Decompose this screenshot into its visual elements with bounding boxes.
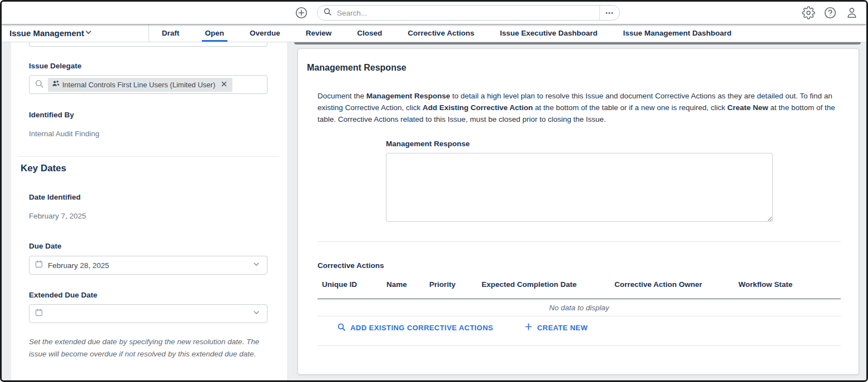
plus-circle-icon: [295, 13, 308, 21]
due-date-select[interactable]: February 28, 2025: [29, 256, 267, 275]
search-options-button[interactable]: •••: [599, 6, 619, 20]
chevron-down-icon: [252, 260, 261, 271]
extended-due-date-helper: Set the extended due date by specifying …: [29, 336, 268, 360]
calendar-icon: [34, 260, 43, 271]
chevron-down-icon: [252, 308, 261, 319]
create-new-button[interactable]: CREATE NEW: [521, 322, 591, 333]
top-bar: •••: [2, 2, 866, 24]
issue-delegate-input[interactable]: Internal Controls First Line Users (Limi…: [29, 75, 267, 94]
date-identified-label: Date Identified: [29, 193, 81, 201]
tab-review[interactable]: Review: [293, 24, 345, 42]
top-right-actions: [802, 6, 859, 19]
corrective-actions-table-header: Unique ID Name Priority Expected Complet…: [298, 280, 859, 291]
ellipsis-icon: •••: [606, 10, 614, 16]
key-dates-heading: Key Dates: [21, 163, 66, 174]
calendar-icon: [34, 308, 43, 319]
create-new-label: CREATE NEW: [537, 324, 588, 332]
app-window: •••: [0, 0, 868, 382]
help-icon: [824, 13, 837, 21]
global-search-input[interactable]: [336, 8, 599, 18]
divider: [318, 241, 841, 242]
content-area: Issue Delegate Internal Cont: [2, 42, 866, 380]
tab-closed[interactable]: Closed: [344, 24, 395, 42]
search-icon: [337, 323, 346, 333]
table-empty-message: No data to display: [318, 304, 841, 312]
column-header-expected-completion-date: Expected Completion Date: [482, 280, 577, 289]
tab-issue-management-dashboard[interactable]: Issue Management Dashboard: [610, 24, 744, 42]
tab-overdue[interactable]: Overdue: [237, 24, 293, 42]
identified-by-label: Identified By: [29, 111, 74, 119]
application-menu-button[interactable]: Issue Management: [2, 24, 148, 42]
column-header-workflow-state: Workflow State: [738, 280, 792, 289]
scrolled-field-edge: [29, 42, 267, 47]
tab-open[interactable]: Open: [192, 24, 237, 42]
issue-delegate-label: Issue Delegate: [29, 62, 82, 70]
user-profile-button[interactable]: [845, 6, 859, 19]
close-icon: [221, 81, 227, 89]
section-description: Document the Management Response to deta…: [318, 90, 841, 125]
column-header-priority: Priority: [429, 280, 455, 289]
settings-button[interactable]: [802, 6, 815, 19]
global-search: •••: [317, 5, 620, 21]
tab-bar: Draft Open Overdue Review Closed Correct…: [149, 24, 745, 42]
tab-corrective-actions[interactable]: Corrective Actions: [395, 24, 487, 42]
gear-icon: [802, 13, 815, 21]
table-row-divider: [318, 316, 841, 316]
quick-add-button[interactable]: [295, 6, 308, 19]
corrective-actions-label: Corrective Actions: [318, 261, 384, 270]
issue-delegate-tag: Internal Controls First Line Users (Limi…: [48, 78, 232, 92]
tab-issue-executive-dashboard[interactable]: Issue Executive Dashboard: [487, 24, 611, 42]
identified-by-value: Internal Audit Finding: [29, 130, 100, 138]
user-group-icon: [52, 80, 60, 90]
management-response-label: Management Response: [386, 140, 470, 148]
add-existing-corrective-actions-button[interactable]: ADD EXISTING CORRECTIVE ACTIONS: [334, 322, 497, 334]
navigation-bar: Issue Management Draft Open Overdue Revi…: [2, 24, 866, 42]
date-identified-value: February 7, 2025: [29, 212, 86, 220]
section-divider: [18, 156, 279, 157]
table-footer-divider: [318, 345, 841, 346]
due-date-label: Due Date: [29, 242, 62, 250]
column-header-corrective-action-owner: Corrective Action Owner: [614, 280, 702, 289]
search-icon: [34, 79, 44, 91]
add-existing-label: ADD EXISTING CORRECTIVE ACTIONS: [350, 324, 493, 332]
issue-details-panel: Issue Delegate Internal Cont: [11, 42, 288, 380]
tab-draft[interactable]: Draft: [149, 24, 192, 42]
user-icon: [845, 13, 859, 21]
management-response-card: Management Response Document the Managem…: [297, 48, 859, 375]
remove-delegate-button[interactable]: [220, 81, 229, 89]
scrolled-content-edge: [294, 42, 861, 44]
extended-due-date-label: Extended Due Date: [29, 291, 97, 299]
table-header-divider: [318, 299, 841, 299]
plus-icon: [524, 323, 533, 333]
help-button[interactable]: [824, 6, 837, 19]
column-header-unique-id: Unique ID: [322, 280, 357, 289]
application-title: Issue Management: [9, 28, 84, 38]
management-response-textarea[interactable]: [386, 153, 773, 222]
search-icon: [323, 7, 332, 18]
issue-delegate-tag-label: Internal Controls First Line Users (Limi…: [62, 81, 215, 89]
extended-due-date-select[interactable]: [29, 304, 267, 323]
column-header-name: Name: [386, 280, 407, 289]
due-date-value: February 28, 2025: [48, 261, 109, 270]
section-heading: Management Response: [307, 63, 406, 73]
chevron-down-icon: [84, 28, 93, 38]
